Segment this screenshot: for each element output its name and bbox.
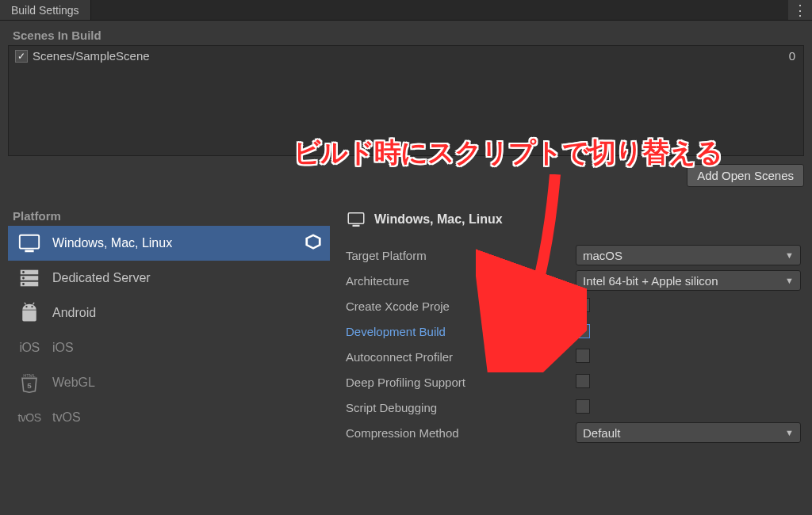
platform-label: tvOS (52, 410, 81, 425)
svg-point-9 (22, 283, 25, 285)
dropdown-architecture[interactable]: Intel 64-bit + Apple silicon▼ (576, 270, 801, 291)
checkbox-development-build[interactable] (576, 324, 590, 338)
platform-label: Dedicated Server (52, 271, 151, 285)
platform-detail-panel: Windows, Mac, Linux Target Platform macO… (346, 206, 804, 445)
label-target-platform: Target Platform (346, 249, 576, 262)
svg-rect-1 (25, 250, 33, 252)
kebab-menu-icon[interactable]: ⋮ (788, 0, 812, 20)
label-deep-profiling: Deep Profiling Support (346, 376, 576, 389)
chevron-down-icon: ▼ (785, 276, 794, 285)
scenes-list: ✓ Scenes/SampleScene 0 (8, 45, 804, 156)
chevron-down-icon: ▼ (785, 250, 794, 260)
svg-point-7 (22, 271, 25, 273)
dropdown-compression[interactable]: Default▼ (576, 422, 801, 443)
scene-path: Scenes/SampleScene (33, 49, 150, 63)
svg-text:HTML: HTML (23, 373, 35, 378)
label-compression: Compression Method (346, 426, 576, 440)
label-architecture: Architecture (346, 274, 576, 288)
svg-point-8 (22, 277, 25, 280)
platform-item-android[interactable]: Android (8, 296, 330, 330)
label-development-build: Development Build (346, 325, 576, 338)
server-icon (16, 265, 43, 292)
checkbox-autoconnect-profiler[interactable] (576, 349, 590, 363)
android-icon (16, 299, 43, 326)
scene-checkbox[interactable]: ✓ (15, 50, 28, 63)
svg-text:5: 5 (27, 381, 32, 390)
label-autoconnect-profiler: Autoconnect Profiler (346, 350, 576, 364)
platform-item-dedicated-server[interactable]: Dedicated Server (8, 261, 330, 296)
platform-item-ios[interactable]: iOS iOS (8, 330, 330, 365)
svg-point-10 (25, 306, 27, 307)
monitor-icon (16, 230, 43, 257)
platform-label: Android (52, 306, 96, 320)
dropdown-target-platform[interactable]: macOS▼ (576, 245, 801, 265)
svg-rect-0 (20, 235, 39, 249)
html5-icon: HTML5 (16, 369, 43, 396)
unity-icon (304, 233, 322, 254)
monitor-icon (346, 209, 366, 230)
label-script-debugging: Script Debugging (346, 401, 576, 414)
platform-label: iOS (52, 341, 74, 355)
checkbox-deep-profiling[interactable] (576, 374, 590, 388)
ios-icon: iOS (16, 334, 43, 361)
platform-item-standalone[interactable]: Windows, Mac, Linux (8, 226, 330, 261)
platform-item-webgl[interactable]: HTML5 WebGL (8, 365, 330, 400)
tab-bar: Build Settings ⋮ (0, 0, 812, 21)
scene-row[interactable]: ✓ Scenes/SampleScene 0 (15, 49, 797, 63)
checkbox-create-xcode[interactable] (576, 298, 590, 312)
chevron-down-icon: ▼ (785, 428, 794, 437)
checkbox-script-debugging[interactable] (576, 399, 590, 414)
scenes-header: Scenes In Build (13, 29, 804, 42)
svg-point-11 (31, 306, 33, 307)
tvos-icon: tvOS (16, 404, 43, 431)
platform-header: Platform (13, 209, 330, 223)
svg-line-13 (33, 303, 34, 305)
label-create-xcode: Create Xcode Proje (346, 299, 576, 313)
add-open-scenes-button[interactable]: Add Open Scenes (687, 164, 804, 187)
scene-index: 0 (789, 49, 797, 63)
tab-build-settings[interactable]: Build Settings (0, 0, 91, 20)
platform-label: Windows, Mac, Linux (52, 236, 172, 250)
detail-title: Windows, Mac, Linux (374, 212, 503, 227)
svg-line-12 (25, 303, 26, 305)
platform-item-tvos[interactable]: tvOS tvOS (8, 400, 330, 435)
platform-label: WebGL (52, 376, 95, 390)
platform-list: Windows, Mac, Linux Dedicated Server (8, 226, 330, 435)
svg-rect-17 (353, 225, 360, 227)
svg-rect-16 (348, 213, 364, 224)
